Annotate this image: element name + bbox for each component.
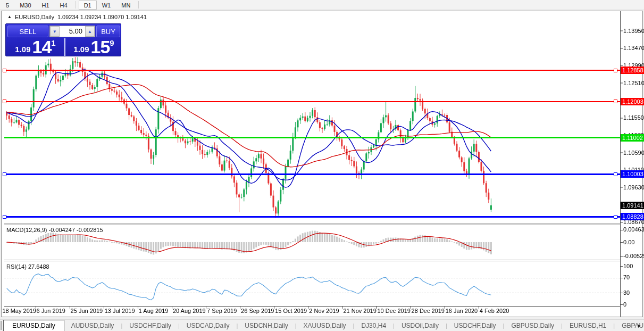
date-axis-label: 4 Feb 2020	[480, 308, 509, 314]
tab-gbpusd-daily[interactable]: GBPUSD,Daily	[504, 320, 561, 331]
date-axis-label: 10 Dec 2019	[378, 308, 411, 314]
tab-usdchf-daily[interactable]: USDCHF,Daily	[447, 320, 503, 331]
buy-price-prefix: 1.09	[73, 45, 89, 54]
volume-decrease-icon[interactable]: ▼	[50, 26, 60, 37]
tab-scroll-left-icon[interactable]: ◄	[628, 323, 633, 328]
rsi-axis-tick-label: 100	[623, 263, 633, 269]
date-axis-label: 16 Jan 2020	[446, 308, 478, 314]
macd-indicator-label: MACD(12,26,9) -0.004247 -0.002815	[6, 227, 103, 233]
tab-eurusd-h1[interactable]: EURUSD,H1	[563, 320, 613, 331]
rsi-level-line	[4, 293, 620, 293]
line-handle[interactable]	[3, 172, 6, 176]
line-handle[interactable]	[3, 100, 6, 103]
level-price-label: 1.08828	[621, 213, 644, 220]
tab-usdchf-daily[interactable]: USDCHF,Daily	[122, 320, 178, 331]
line-handle[interactable]	[614, 100, 617, 103]
rsi-axis-tick-label: 30	[623, 289, 630, 296]
macd-axis-tick-label: -0.005299	[623, 253, 644, 259]
date-axis-label: 13 Jul 2019	[105, 308, 135, 314]
date-axis-label: 2 Nov 2019	[309, 308, 339, 314]
horizontal-line-1.12003[interactable]	[4, 101, 620, 102]
date-axis-label: 26 Sep 2019	[241, 308, 274, 314]
buy-button[interactable]: BUY	[96, 26, 120, 37]
rsi-axis-tick-label: 70	[623, 274, 630, 280]
line-handle[interactable]	[614, 172, 617, 176]
tab-eurusd-daily[interactable]: EURUSD,Daily	[3, 320, 64, 331]
collapse-panel-icon[interactable]: ▲	[7, 14, 12, 19]
tab-scroll-arrows: ◄ ►	[628, 320, 642, 331]
rsi-axis-tick-label: 0	[623, 301, 626, 308]
one-click-trading-panel: SELL ▼ 5.00 ▲ BUY 1.09 14 1 1.09 15 9	[5, 23, 121, 56]
date-axis-label: 20 Aug 2019	[173, 308, 206, 314]
chart-ohlc-values: 1.09234 1.09234 1.09070 1.09141	[57, 14, 147, 20]
tab-usdcad-daily[interactable]: USDCAD,Daily	[180, 320, 237, 331]
volume-spinner: ▼ 5.00 ▲	[49, 26, 95, 37]
tab-scroll-right-icon[interactable]: ►	[637, 323, 642, 328]
level-price-label: 1.10003	[621, 170, 644, 178]
chart-symbol-label: EURUSD,Daily	[15, 14, 54, 20]
buy-price-pips: 15	[91, 37, 110, 57]
pane-separator[interactable]	[4, 225, 620, 225]
date-axis-label: 15 Oct 2019	[275, 308, 307, 314]
volume-input[interactable]: 5.00	[60, 26, 85, 37]
line-handle[interactable]	[614, 215, 617, 219]
price-axis-tick-label: 1.13470	[623, 45, 644, 51]
price-axis-tick-label: 1.12510	[623, 80, 644, 86]
date-axis-label: 21 Nov 2019	[343, 308, 376, 314]
price-axis-border	[620, 11, 621, 317]
date-axis-label: 28 Dec 2019	[412, 308, 445, 314]
sell-price-pips: 14	[32, 37, 52, 57]
horizontal-line-1.11002[interactable]	[4, 137, 620, 138]
date-axis-label: 7 Sep 2019	[207, 308, 237, 314]
line-handle[interactable]	[3, 69, 6, 72]
buy-price-display[interactable]: 1.09 15 9	[68, 38, 120, 56]
time-axis-border	[4, 306, 621, 307]
tab-bar-grip[interactable]	[1, 321, 2, 330]
sell-price-display[interactable]: 1.09 14 1	[7, 38, 63, 56]
date-axis-label: 6 Jun 2019	[37, 308, 65, 314]
price-axis-tick-label: 1.13950	[623, 28, 644, 34]
pane-separator[interactable]	[4, 224, 620, 224]
horizontal-line-1.08828[interactable]	[4, 216, 620, 218]
sell-price-point: 1	[51, 38, 55, 47]
horizontal-line-1.10003[interactable]	[4, 173, 620, 175]
tab-usdoil-daily[interactable]: USDOil,Daily	[395, 320, 446, 331]
tabs-container: EURUSD,DailyAUDUSD,Daily|USDCHF,Daily|US…	[3, 320, 644, 331]
price-axis-tick-label: 1.10590	[623, 150, 644, 156]
volume-increase-icon[interactable]: ▲	[85, 26, 95, 37]
price-divider	[64, 38, 65, 56]
pane-separator[interactable]	[4, 260, 620, 260]
date-axis-label: 1 Aug 2019	[139, 308, 169, 314]
tab-xauusd-daily[interactable]: XAUUSD,Daily	[297, 320, 353, 331]
current-price-label: 1.09141	[621, 202, 644, 209]
tab-audusd-daily[interactable]: AUDUSD,Daily	[64, 320, 121, 331]
line-handle[interactable]	[614, 69, 617, 72]
level-price-label: 1.12858	[621, 67, 644, 74]
rsi-level-line	[4, 278, 620, 278]
rsi-indicator-label: RSI(14) 27.6488	[6, 263, 49, 270]
sell-price-prefix: 1.09	[15, 45, 30, 54]
horizontal-line-1.12858[interactable]	[4, 70, 620, 71]
sell-button[interactable]: SELL	[7, 26, 48, 37]
pane-separator[interactable]	[4, 261, 620, 261]
price-axis-tick-label: 1.09630	[623, 184, 644, 191]
buy-price-point: 9	[110, 38, 114, 47]
price-axis-tick-label: 1.11550	[623, 114, 644, 121]
symbol-tab-bar: EURUSD,DailyAUDUSD,Daily|USDCHF,Daily|US…	[0, 319, 644, 331]
tab-usdcnh-daily[interactable]: USDCNH,Daily	[238, 320, 295, 331]
level-price-label: 1.12003	[621, 98, 644, 105]
date-axis-label: 25 Jun 2019	[71, 308, 103, 314]
line-handle[interactable]	[3, 215, 6, 219]
date-axis-label: 18 May 2019	[2, 308, 36, 314]
tab-dj30-h4[interactable]: DJ30,H4	[354, 320, 393, 331]
macd-axis-tick-label: 0.00463	[623, 226, 644, 233]
chart-header: ▲ EURUSD,Daily 1.09234 1.09234 1.09070 1…	[7, 13, 147, 20]
level-price-label: 1.11002	[621, 134, 644, 142]
macd-axis-tick-label: 0.00	[623, 239, 634, 245]
